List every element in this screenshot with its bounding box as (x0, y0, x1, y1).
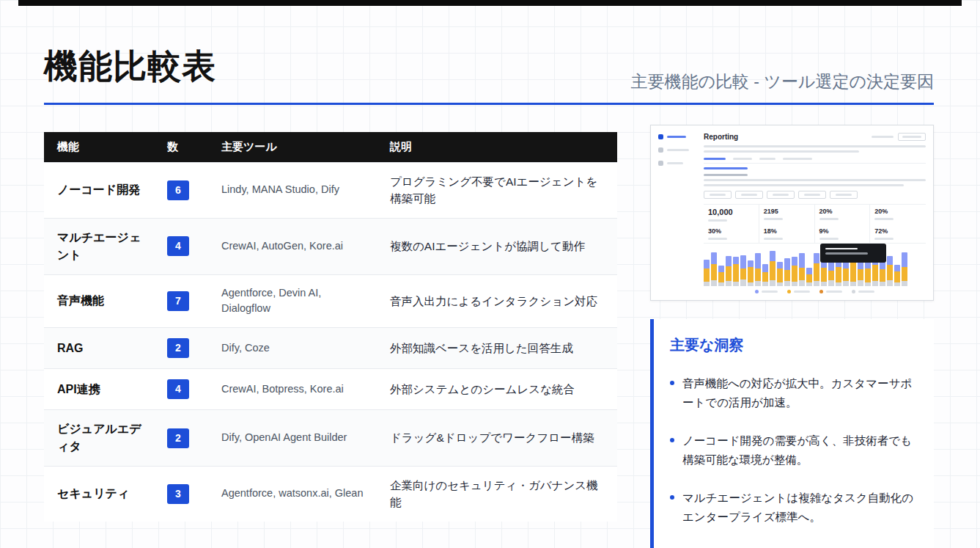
tools-cell: CrewAI, Botpress, Kore.ai (213, 369, 381, 410)
bar-segment-yellow (806, 274, 812, 282)
bar-segment-yellow (704, 268, 710, 282)
text-placeholder (667, 136, 686, 138)
mini-bar (894, 265, 900, 286)
table-header: 機能 数 主要ツール 説明 (44, 132, 617, 163)
mini-bar (748, 260, 754, 286)
text-placeholder (872, 136, 894, 138)
table-row: ビジュアルエディタ 2 Dify, OpenAI Agent Builder ド… (44, 410, 617, 467)
bar-segment-gray (733, 282, 739, 286)
count-badge: 2 (167, 428, 189, 448)
stat-value: 72% (874, 227, 921, 235)
bar-segment-yellow (748, 267, 754, 282)
bar-segment-gray (814, 281, 819, 286)
filter-chip (798, 191, 826, 199)
count-badge: 7 (167, 291, 189, 311)
text-placeholder (836, 194, 852, 196)
insight-text: ノーコード開発の需要が高く、非技術者でも構築可能な環境が整備。 (682, 431, 919, 469)
table-header-row: 機能 数 主要ツール 説明 (44, 132, 617, 163)
filter-chip (830, 191, 858, 199)
legend-item (755, 290, 778, 293)
mini-bar (843, 262, 849, 286)
bar-segment-yellow (792, 266, 797, 282)
bar-segment-gray (836, 282, 841, 286)
text-placeholder (825, 248, 858, 250)
bar-segment-gray (748, 282, 754, 286)
dashboard-screenshot: Reporting (650, 125, 934, 301)
header-tools: 主要ツール (213, 132, 381, 163)
sidebar-item-icon (658, 147, 663, 153)
feature-cell: API連携 (44, 369, 161, 410)
feature-cell: マルチエージェント (44, 218, 161, 274)
mini-bar (711, 252, 717, 286)
bar-segment-gray (887, 280, 893, 286)
comparison-table: 機能 数 主要ツール 説明 ノーコード開発 6 Lindy, MANA Stud… (44, 132, 617, 522)
bullet-icon (670, 438, 674, 442)
legend-item (787, 290, 810, 293)
tools-cell: Dify, OpenAI Agent Builder (213, 410, 381, 467)
mini-bar (777, 262, 783, 286)
bar-segment-gray (828, 280, 834, 286)
bar-segment-blue (748, 260, 754, 267)
bar-segment-gray (872, 281, 878, 286)
bar-segment-yellow (894, 271, 900, 282)
bar-segment-yellow (872, 265, 878, 281)
tools-cell: Agentforce, watsonx.ai, Glean (213, 467, 381, 522)
bar-segment-gray (740, 280, 746, 286)
bar-segment-yellow (740, 268, 746, 280)
text-placeholder (708, 238, 727, 240)
top-accent-bar (18, 0, 962, 6)
text-placeholder (794, 291, 810, 293)
sidebar-item-icon (658, 134, 663, 139)
bar-segment-yellow (755, 268, 761, 281)
bar-segment-yellow (726, 266, 732, 281)
mini-bar (887, 256, 893, 286)
bar-segment-yellow (850, 263, 856, 282)
text-placeholder (826, 291, 842, 293)
bar-segment-blue (726, 256, 732, 266)
bar-segment-yellow (733, 264, 739, 282)
legend-dot-icon (852, 290, 855, 293)
bar-segment-blue (718, 266, 724, 272)
legend-item (819, 290, 842, 293)
desc-cell: プログラミング不要でAIエージェントを構築可能 (381, 163, 617, 219)
filter-chip (735, 191, 763, 199)
mini-bar (784, 258, 790, 286)
bar-segment-gray (755, 281, 761, 286)
sidebar-item (658, 134, 696, 139)
count-cell: 4 (161, 218, 213, 274)
bar-segment-yellow (814, 263, 819, 281)
bar-segment-blue (711, 252, 717, 264)
bar-segment-yellow (887, 265, 893, 280)
table-row: RAG 2 Dify, Coze 外部知識ベースを活用した回答生成 (44, 328, 617, 369)
insight-text: マルチエージェントは複雑なタスク自動化のエンタープライズ標準へ。 (682, 489, 919, 526)
feature-cell: ノーコード開発 (44, 163, 161, 219)
text-placeholder (773, 194, 789, 196)
mini-bar (814, 253, 819, 286)
bar-segment-yellow (718, 272, 724, 282)
count-badge: 6 (167, 180, 189, 200)
bar-segment-gray (704, 282, 710, 286)
stat-card: 20% (870, 205, 926, 224)
text-placeholder (708, 219, 727, 222)
count-cell: 4 (161, 369, 213, 410)
header-feature: 機能 (44, 132, 161, 163)
bar-segment-yellow (784, 270, 790, 281)
text-placeholder (902, 136, 921, 138)
legend-dot-icon (755, 290, 759, 293)
count-cell: 3 (161, 467, 213, 522)
bar-segment-blue (762, 264, 768, 272)
chart-legend (704, 290, 926, 293)
bar-segment-blue (894, 265, 900, 271)
stat-value: 9% (819, 227, 866, 235)
text-placeholder (819, 238, 839, 240)
stat-card: 30% (704, 224, 759, 243)
insight-item: ノーコード開発の需要が高く、非技術者でも構築可能な環境が整備。 (670, 431, 919, 469)
header-desc: 説明 (381, 132, 617, 163)
feature-cell: 音声機能 (44, 274, 161, 328)
dashboard-header-right (872, 133, 926, 141)
mini-chart-bars (704, 249, 926, 286)
bar-segment-yellow (762, 272, 768, 282)
bar-segment-gray (718, 282, 724, 286)
stat-card: 18% (759, 224, 815, 243)
bar-segment-yellow (843, 268, 849, 281)
